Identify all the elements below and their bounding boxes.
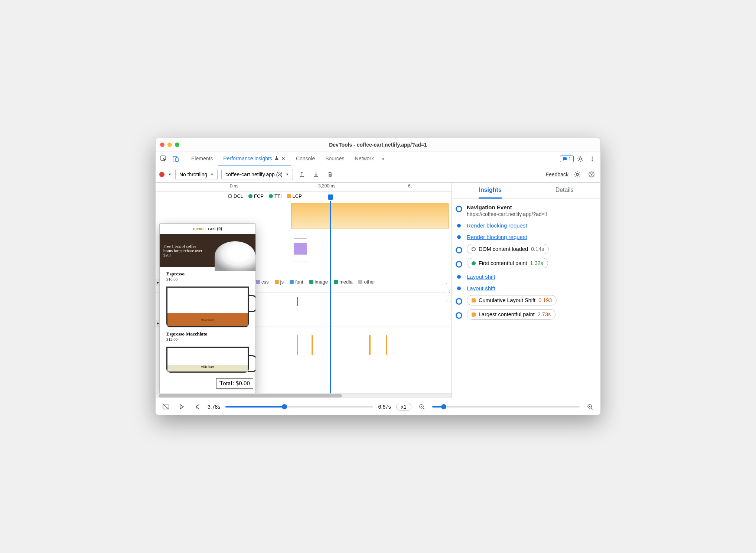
espresso-mug-icon: espresso: [166, 287, 249, 327]
tick-label: 0ms: [230, 183, 238, 189]
settings-gear-icon[interactable]: [575, 154, 586, 164]
resource-legend: css js font image media other: [256, 279, 448, 285]
marker-row: DCL FCP TTI LCP: [156, 192, 452, 201]
timeline-node-icon: [456, 261, 462, 268]
playhead[interactable]: [330, 201, 331, 393]
skip-start-button[interactable]: [192, 402, 202, 412]
timeline-node-icon: [456, 206, 462, 212]
insight-lcp[interactable]: Largest contentful paint 2.73s: [467, 309, 555, 320]
delete-icon[interactable]: [325, 169, 335, 180]
insights-list: Navigation Event https://coffee-cart.net…: [452, 199, 600, 398]
performance-toolbar: ▼ No throttling▼ coffee-cart.netlify.app…: [156, 166, 600, 183]
horizontal-scrollbar[interactable]: [156, 393, 452, 398]
titlebar: DevTools - coffee-cart.netlify.app/?ad=1: [156, 138, 600, 151]
svg-point-5: [592, 156, 593, 157]
resource-bar[interactable]: [297, 297, 298, 306]
marker-lcp: LCP: [287, 193, 302, 199]
insights-panel: Insights Details Navigation Event https:…: [452, 183, 600, 398]
devtools-window: DevTools - coffee-cart.netlify.app/?ad=1…: [155, 138, 601, 415]
kebab-menu-icon[interactable]: [587, 154, 597, 164]
timeline-minor-node-icon: [457, 224, 461, 228]
main-thread-block[interactable]: [291, 203, 449, 229]
insight-render-blocking-2[interactable]: Render blocking request: [467, 234, 527, 240]
resource-bar[interactable]: [297, 335, 298, 355]
main-area: 0ms 3,200ms 6, DCL FCP TTI LCP ▶ ▶ css j…: [156, 183, 600, 398]
flask-icon: [274, 156, 279, 161]
insight-layout-shift-2[interactable]: Layout shift: [467, 285, 495, 291]
tab-elements[interactable]: Elements: [186, 151, 218, 166]
marker-fcp: FCP: [248, 193, 264, 199]
tab-console[interactable]: Console: [291, 151, 320, 166]
play-button[interactable]: [176, 402, 187, 412]
timeline-body[interactable]: ▶ ▶ css js font image media other: [156, 201, 452, 393]
svg-point-4: [579, 158, 581, 160]
profile-dropdown[interactable]: coffee-cart.netlify.app (3)▼: [221, 169, 293, 180]
svg-point-7: [592, 160, 593, 161]
insight-fcp[interactable]: First contentful paint 1.32s: [467, 258, 548, 268]
insight-dcl[interactable]: DOM content loaded 0.14s: [467, 244, 549, 254]
close-tab-icon[interactable]: ✕: [281, 156, 286, 161]
timeline-minor-node-icon: [457, 287, 461, 290]
timeline-node-icon: [456, 247, 462, 253]
svg-point-8: [576, 173, 579, 176]
zoom-in-icon[interactable]: [585, 402, 595, 412]
timeline-ruler[interactable]: 0ms 3,200ms 6,: [156, 183, 452, 192]
insight-render-blocking-1[interactable]: Render blocking request: [467, 222, 527, 229]
tab-sources[interactable]: Sources: [320, 151, 349, 166]
timeline-node-icon: [456, 298, 462, 305]
svg-rect-3: [563, 157, 567, 160]
svg-point-10: [591, 176, 592, 176]
resource-bar[interactable]: [312, 335, 313, 355]
more-tabs-button[interactable]: »: [379, 151, 387, 166]
tab-details[interactable]: Details: [555, 183, 574, 199]
inspect-element-icon[interactable]: [159, 154, 169, 164]
tab-network[interactable]: Network: [350, 151, 379, 166]
download-icon[interactable]: [311, 169, 321, 180]
insight-cls[interactable]: Cumulative Layout Shift 0.193: [467, 295, 557, 305]
insight-layout-shift-1[interactable]: Layout shift: [467, 274, 495, 280]
timeline-minor-node-icon: [457, 275, 461, 279]
zoom-slider[interactable]: [432, 406, 580, 408]
record-button[interactable]: [159, 172, 164, 177]
panel-tabs: Elements Performance insights ✕ Console …: [186, 151, 387, 166]
preview-nav: menu cart (0): [160, 224, 255, 234]
panel-settings-gear-icon[interactable]: [572, 169, 583, 180]
marker-dcl: DCL: [228, 193, 243, 199]
tab-insights[interactable]: Insights: [479, 183, 501, 199]
throttling-dropdown[interactable]: No throttling▼: [175, 169, 218, 180]
preview-hero: Free 1 bag of coffee beans for purchase …: [160, 234, 255, 267]
device-toolbar-icon[interactable]: [170, 154, 181, 164]
filmstrip-preview: menu cart (0) Free 1 bag of coffee beans…: [159, 223, 256, 394]
insight-navigation[interactable]: Navigation Event https://coffee-cart.net…: [467, 204, 597, 217]
total-time: 6.67s: [378, 404, 391, 410]
preview-product-2: Espresso Macchiato $12.00: [160, 327, 255, 343]
coffee-cup-graphic: [215, 241, 255, 271]
time-slider[interactable]: [225, 406, 373, 408]
svg-point-6: [592, 158, 593, 159]
resource-bar[interactable]: [386, 335, 387, 355]
help-icon[interactable]: [586, 169, 597, 180]
issues-badge[interactable]: 1: [560, 156, 574, 162]
tick-label: 3,200ms: [318, 183, 335, 189]
tick-label: 6,: [408, 183, 412, 189]
macchiato-mug-icon: milk foam: [166, 347, 249, 373]
preview-total: Total: $0.00: [216, 378, 253, 389]
cls-square-icon: [472, 298, 476, 302]
expand-sidebar-button[interactable]: ›: [446, 283, 452, 301]
screenshot-toggle-icon[interactable]: [161, 402, 171, 412]
filmstrip-thumbnail[interactable]: [294, 238, 307, 262]
zoom-out-icon[interactable]: [417, 402, 427, 412]
tab-performance-insights[interactable]: Performance insights ✕: [218, 151, 291, 166]
window-title: DevTools - coffee-cart.netlify.app/?ad=1: [156, 142, 600, 148]
marker-tti: TTI: [269, 193, 282, 199]
preview-cart-link: cart (0): [208, 226, 222, 232]
resource-bar[interactable]: [369, 335, 371, 355]
svg-rect-2: [176, 158, 178, 161]
timeline-panel: 0ms 3,200ms 6, DCL FCP TTI LCP ▶ ▶ css j…: [156, 183, 452, 398]
speed-chip[interactable]: x1: [396, 403, 411, 411]
playback-footer: 3.78s 6.67s x1: [156, 398, 600, 415]
feedback-link[interactable]: Feedback: [546, 171, 568, 177]
preview-menu-link: menu: [193, 226, 204, 232]
upload-icon[interactable]: [297, 169, 307, 180]
record-menu-caret[interactable]: ▼: [168, 173, 172, 176]
